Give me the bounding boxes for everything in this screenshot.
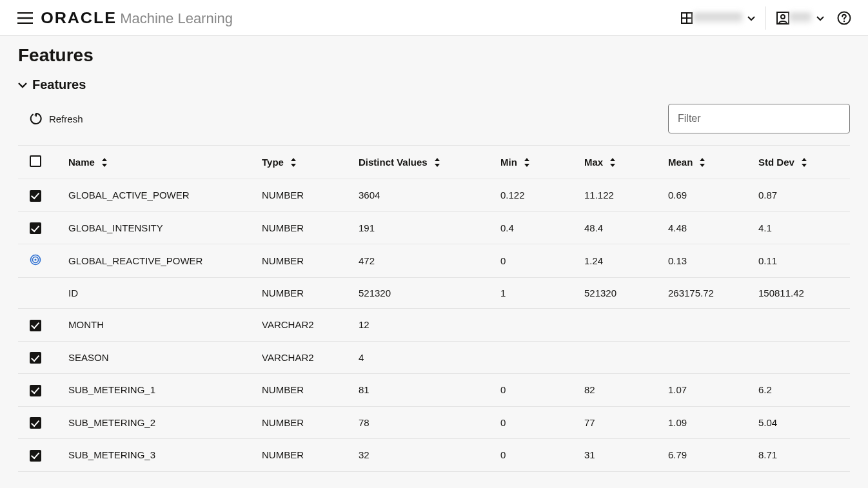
cell-min: 0.122 — [500, 190, 525, 200]
filter-input[interactable] — [668, 104, 850, 133]
cell-stddev: 150811.42 — [758, 288, 804, 298]
cell-distinct: 81 — [359, 384, 370, 395]
cell-stddev: 6.2 — [758, 384, 772, 395]
sort-icon — [101, 158, 108, 167]
user-menu[interactable] — [771, 6, 829, 30]
row-checkbox[interactable] — [30, 222, 41, 234]
table-row[interactable]: SUB_METERING_2NUMBER780771.095.04 — [18, 406, 850, 439]
row-checkbox[interactable] — [30, 352, 41, 364]
table-row[interactable]: GLOBAL_REACTIVE_POWERNUMBER47201.240.130… — [18, 244, 850, 278]
col-header-name[interactable]: Name — [68, 157, 108, 168]
target-icon — [30, 254, 41, 266]
cell-type: NUMBER — [262, 384, 304, 395]
row-checkbox[interactable] — [30, 320, 41, 331]
cell-type: NUMBER — [262, 288, 304, 298]
cell-name: SUB_METERING_2 — [68, 417, 155, 428]
cell-type: NUMBER — [262, 449, 304, 460]
cell-distinct: 4 — [359, 352, 364, 363]
col-header-type[interactable]: Type — [262, 157, 297, 168]
user-name-blurred — [789, 13, 811, 23]
col-header-mean[interactable]: Mean — [668, 157, 705, 168]
table-header-row: Name Type Distinct Values Min Max Mean S… — [18, 146, 850, 179]
cell-max: 1.24 — [584, 255, 603, 266]
user-icon — [776, 12, 789, 24]
cell-type: NUMBER — [262, 222, 304, 233]
cell-type: NUMBER — [262, 417, 304, 428]
cell-distinct: 521320 — [359, 288, 391, 298]
cell-max: 11.122 — [584, 190, 614, 200]
table-row[interactable]: GLOBAL_INTENSITYNUMBER1910.448.44.484.1 — [18, 211, 850, 244]
row-checkbox[interactable] — [30, 385, 41, 396]
select-all-checkbox[interactable] — [30, 155, 41, 167]
page-title: Features — [18, 45, 850, 66]
panel-toolbar: Refresh — [18, 104, 850, 145]
col-header-distinct[interactable]: Distinct Values — [359, 157, 440, 168]
cell-name: SUB_METERING_3 — [68, 449, 155, 460]
header-divider — [765, 6, 766, 30]
col-header-max[interactable]: Max — [584, 157, 616, 168]
project-switcher[interactable] — [675, 6, 760, 30]
help-icon — [837, 11, 851, 25]
cell-max: 48.4 — [584, 222, 603, 233]
cell-mean: 4.48 — [668, 222, 687, 233]
chevron-down-icon — [18, 77, 27, 92]
cell-mean: 0.13 — [668, 255, 687, 266]
cell-type: VARCHAR2 — [262, 319, 314, 330]
cell-min: 0 — [500, 449, 506, 460]
cell-min: 0 — [500, 384, 506, 395]
cell-max: 82 — [584, 384, 595, 395]
section-toggle-features[interactable]: Features — [18, 77, 850, 92]
cell-stddev: 5.04 — [758, 417, 777, 428]
brand-logo-text: ORACLE — [41, 9, 117, 27]
brand: ORACLE Machine Learning — [43, 9, 233, 27]
cell-mean: 263175.72 — [668, 288, 714, 298]
cell-min: 0 — [500, 255, 506, 266]
chevron-down-icon — [747, 13, 755, 23]
cell-name: ID — [68, 288, 78, 298]
table-row[interactable]: GLOBAL_ACTIVE_POWERNUMBER36040.12211.122… — [18, 179, 850, 212]
svg-point-7 — [34, 259, 36, 260]
cell-min: 0.4 — [500, 222, 514, 233]
cell-name: SEASON — [68, 352, 109, 363]
cell-mean: 0.69 — [668, 190, 687, 200]
sort-icon — [609, 158, 616, 167]
cell-mean: 1.07 — [668, 384, 687, 395]
row-checkbox[interactable] — [30, 417, 41, 429]
features-table-scroll[interactable]: Name Type Distinct Values Min Max Mean S… — [18, 145, 850, 472]
sort-icon — [801, 158, 807, 167]
sort-icon — [699, 158, 705, 167]
grid-icon — [680, 12, 693, 24]
help-button[interactable] — [832, 6, 856, 30]
table-row[interactable]: IDNUMBER5213201521320263175.72150811.42 — [18, 278, 850, 309]
col-header-min[interactable]: Min — [500, 157, 530, 168]
section-title: Features — [32, 77, 86, 92]
sort-icon — [524, 158, 530, 167]
row-checkbox[interactable] — [30, 450, 41, 462]
refresh-button[interactable]: Refresh — [30, 112, 83, 125]
cell-distinct: 78 — [359, 417, 370, 428]
row-checkbox[interactable] — [30, 190, 41, 202]
table-row[interactable]: SEASONVARCHAR24 — [18, 341, 850, 374]
cell-distinct: 191 — [359, 222, 375, 233]
cell-min: 1 — [500, 288, 506, 298]
svg-point-2 — [781, 15, 785, 19]
cell-distinct: 12 — [359, 319, 370, 330]
cell-name: GLOBAL_ACTIVE_POWER — [68, 190, 190, 200]
cell-type: NUMBER — [262, 190, 304, 200]
table-row[interactable]: SUB_METERING_3NUMBER320316.798.71 — [18, 439, 850, 472]
svg-point-4 — [843, 20, 845, 21]
cell-max: 77 — [584, 417, 595, 428]
brand-subtitle: Machine Learning — [120, 10, 233, 27]
col-header-stddev[interactable]: Std Dev — [758, 157, 807, 168]
cell-distinct: 3604 — [359, 190, 380, 200]
cell-stddev: 4.1 — [758, 222, 772, 233]
cell-type: NUMBER — [262, 255, 304, 266]
project-name-blurred — [693, 13, 742, 23]
features-panel: Refresh Name Type Distinct Values Min Ma… — [18, 104, 850, 472]
cell-type: VARCHAR2 — [262, 352, 314, 363]
table-row[interactable]: SUB_METERING_1NUMBER810821.076.2 — [18, 374, 850, 407]
cell-name: GLOBAL_REACTIVE_POWER — [68, 255, 202, 266]
cell-name: GLOBAL_INTENSITY — [68, 222, 163, 233]
menu-hamburger-icon[interactable] — [15, 8, 35, 28]
table-row[interactable]: MONTHVARCHAR212 — [18, 309, 850, 342]
